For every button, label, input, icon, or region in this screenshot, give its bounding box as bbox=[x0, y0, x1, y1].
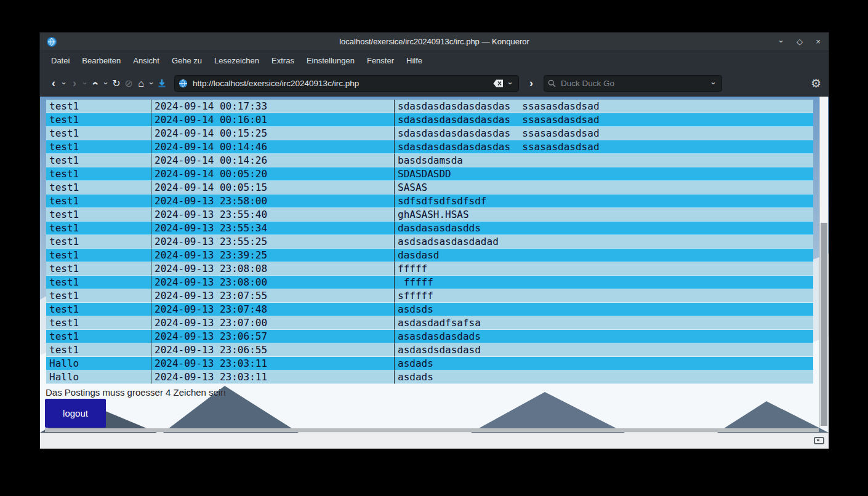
go-button[interactable]: › bbox=[525, 76, 537, 92]
horizontal-scrollbar[interactable] bbox=[45, 428, 819, 432]
titlebar[interactable]: localhost/exersice/irc20240913c/irc.php … bbox=[40, 33, 829, 50]
time-cell: 2024-09-13 23:06:57 bbox=[151, 330, 394, 343]
vertical-scrollbar[interactable] bbox=[819, 97, 828, 428]
home-button[interactable]: ⌂ bbox=[135, 76, 147, 92]
maximize-icon: ◇ bbox=[797, 37, 803, 46]
time-cell: 2024-09-13 23:03:11 bbox=[151, 357, 394, 370]
menu-einstellungen[interactable]: Einstellungen bbox=[300, 53, 361, 68]
home-dropdown-icon[interactable]: › bbox=[147, 79, 156, 88]
forward-button[interactable]: › bbox=[68, 76, 81, 92]
stop-icon: ⊘ bbox=[124, 78, 132, 89]
chat-row: test12024-09-13 23:07:00asdasdadfsafsa bbox=[46, 316, 813, 330]
window-title: localhost/exersice/irc20240913c/irc.php … bbox=[40, 37, 829, 46]
up-button[interactable]: ‹ bbox=[89, 76, 102, 92]
status-bar bbox=[40, 433, 829, 449]
chat-row: test12024-09-14 00:15:25sdasdasdasdasdas… bbox=[46, 127, 813, 140]
menubar: Datei Bearbeiten Ansicht Gehe zu Lesezei… bbox=[40, 50, 829, 70]
time-cell: 2024-09-13 23:08:08 bbox=[151, 262, 394, 276]
message-cell: basdsdamsda bbox=[394, 154, 813, 167]
chat-row: test12024-09-14 00:17:33sdasdasdasdasdas… bbox=[46, 100, 813, 113]
download-button[interactable] bbox=[156, 76, 168, 92]
stop-button[interactable]: ⊘ bbox=[123, 76, 135, 92]
message-cell: dasdasd bbox=[394, 249, 813, 262]
download-icon bbox=[157, 79, 167, 89]
menu-bearbeiten[interactable]: Bearbeiten bbox=[76, 53, 127, 68]
settings-gear-icon[interactable]: ⚙ bbox=[811, 76, 821, 90]
message-cell: SASAS bbox=[394, 181, 813, 194]
go-icon: › bbox=[529, 77, 533, 90]
message-cell: asdasdsdasdasd bbox=[394, 343, 813, 357]
time-cell: 2024-09-13 23:07:48 bbox=[151, 303, 394, 316]
user-cell: test1 bbox=[46, 330, 151, 343]
url-bar[interactable]: › bbox=[174, 75, 519, 92]
user-cell: test1 bbox=[46, 208, 151, 222]
time-cell: 2024-09-13 23:58:00 bbox=[151, 194, 394, 208]
user-cell: test1 bbox=[46, 127, 151, 140]
clear-url-icon[interactable] bbox=[493, 79, 504, 87]
chat-row: test12024-09-14 00:14:46sdasdasdasdasdas… bbox=[46, 140, 813, 154]
chat-row: test12024-09-13 23:07:55sfffff bbox=[46, 289, 813, 303]
validation-message: Das Postings muss groesser 4 Zeichen sei… bbox=[46, 387, 226, 398]
message-cell: sdasdasdasdasdasdas ssasasdasdsad bbox=[394, 100, 813, 113]
url-dropdown-icon[interactable]: › bbox=[506, 79, 515, 88]
user-cell: test1 bbox=[46, 181, 151, 194]
message-cell: asdsadsasdasdadad bbox=[394, 235, 813, 249]
chat-row: test12024-09-14 00:05:15SASAS bbox=[46, 181, 813, 194]
navigation-toolbar: ‹ › › › ‹ › ↻ ⊘ ⌂ › bbox=[40, 70, 829, 97]
chat-row: test12024-09-13 23:58:00sdfsdfsdfsdfsdf bbox=[46, 194, 813, 208]
vertical-scrollbar-thumb[interactable] bbox=[821, 223, 827, 426]
reload-icon: ↻ bbox=[112, 78, 120, 89]
chat-row: test12024-09-13 23:08:00 fffff bbox=[46, 276, 813, 289]
user-cell: test1 bbox=[46, 249, 151, 262]
message-cell: sdasdasdasdasdasdas ssasasdasdsad bbox=[394, 140, 813, 154]
time-cell: 2024-09-13 23:39:25 bbox=[151, 249, 394, 262]
menu-gehe-zu[interactable]: Gehe zu bbox=[166, 53, 208, 68]
back-button[interactable]: ‹ bbox=[47, 76, 60, 92]
menu-datei[interactable]: Datei bbox=[45, 53, 76, 68]
message-cell: sfffff bbox=[394, 289, 813, 303]
up-dropdown-icon[interactable]: › bbox=[102, 79, 111, 88]
chat-row: test12024-09-14 00:05:20SDASDASDD bbox=[46, 167, 813, 181]
user-cell: test1 bbox=[46, 316, 151, 330]
chat-row: Hallo2024-09-13 23:03:11asdads bbox=[46, 357, 813, 370]
message-cell: fffff bbox=[394, 276, 813, 289]
search-input[interactable] bbox=[560, 78, 709, 89]
time-cell: 2024-09-13 23:08:00 bbox=[151, 276, 394, 289]
chat-row: test12024-09-13 23:06:55asdasdsdasdasd bbox=[46, 343, 813, 357]
time-cell: 2024-09-13 23:07:55 bbox=[151, 289, 394, 303]
search-bar[interactable]: › bbox=[544, 75, 722, 92]
chat-row: test12024-09-13 23:06:57asasdasdasdads bbox=[46, 330, 813, 343]
user-cell: test1 bbox=[46, 262, 151, 276]
back-icon: ‹ bbox=[52, 77, 55, 90]
back-history-dropdown-icon[interactable]: › bbox=[60, 79, 69, 88]
close-icon: × bbox=[816, 37, 821, 46]
maximize-button[interactable]: ◇ bbox=[795, 37, 804, 46]
time-cell: 2024-09-13 23:55:25 bbox=[151, 235, 394, 249]
user-cell: test1 bbox=[46, 167, 151, 181]
message-cell: asdads bbox=[394, 370, 813, 384]
menu-extras[interactable]: Extras bbox=[265, 53, 300, 68]
search-icon bbox=[548, 79, 556, 87]
minimize-icon: › bbox=[777, 40, 786, 42]
menu-lesezeichen[interactable]: Lesezeichen bbox=[208, 53, 265, 68]
time-cell: 2024-09-13 23:06:55 bbox=[151, 343, 394, 357]
user-cell: Hallo bbox=[46, 370, 151, 384]
search-engine-dropdown-icon[interactable]: › bbox=[709, 79, 718, 88]
logout-button[interactable]: logout bbox=[45, 399, 106, 428]
reload-button[interactable]: ↻ bbox=[110, 76, 123, 92]
message-cell: sdasdasdasdasdasdas ssasasdasdsad bbox=[394, 127, 813, 140]
close-button[interactable]: × bbox=[814, 37, 822, 46]
message-cell: asasdasdasdads bbox=[394, 330, 813, 343]
home-icon: ⌂ bbox=[138, 78, 144, 89]
time-cell: 2024-09-13 23:55:40 bbox=[151, 208, 394, 222]
chat-row: test12024-09-13 23:55:25asdsadsasdasdada… bbox=[46, 235, 813, 249]
user-cell: test1 bbox=[46, 289, 151, 303]
menu-fenster[interactable]: Fenster bbox=[361, 53, 400, 68]
url-input[interactable] bbox=[191, 78, 491, 89]
menu-hilfe[interactable]: Hilfe bbox=[400, 53, 428, 68]
minimize-button[interactable]: › bbox=[777, 37, 786, 46]
forward-history-dropdown-icon[interactable]: › bbox=[81, 79, 90, 88]
time-cell: 2024-09-14 00:05:20 bbox=[151, 167, 394, 181]
time-cell: 2024-09-14 00:14:46 bbox=[151, 140, 394, 154]
menu-ansicht[interactable]: Ansicht bbox=[127, 53, 166, 68]
